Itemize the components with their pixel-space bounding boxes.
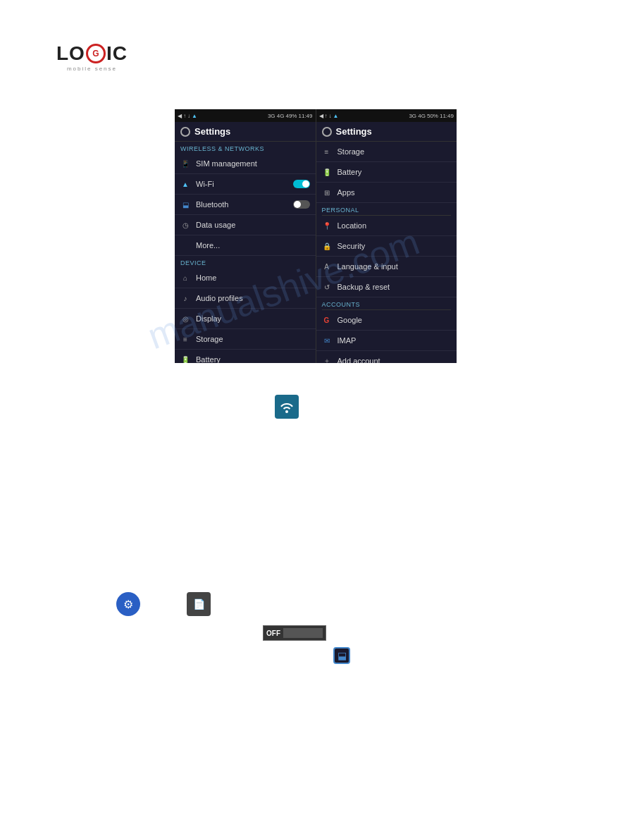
audio-label: Audio profiles [196,294,310,302]
file-icon: 📄 [193,598,205,610]
sim-icon: 📱 [180,159,190,168]
menu-item-home[interactable]: ⌂ Home [175,268,316,288]
security-icon: 🔒 [322,241,332,251]
menu-item-sim[interactable]: 📱 SIM management [175,154,316,174]
wifi-toggle[interactable] [293,180,310,188]
storage-label-right: Storage [338,147,452,156]
wifi-app-icon[interactable] [275,395,299,419]
menu-item-wifi[interactable]: ▲ Wi-Fi [175,174,316,195]
menu-item-backup[interactable]: ↺ Backup & reset [316,277,457,297]
wifi-label: Wi-Fi [196,180,287,188]
apps-label: Apps [338,188,452,197]
language-icon: A [322,262,332,271]
storage-icon-left: ≡ [180,334,190,344]
section-device: DEVICE [175,256,316,268]
menu-item-display[interactable]: ◎ Display [175,309,316,329]
status-left: ◀ ↑ ↓ ▲ [178,113,197,119]
logo-text: LO [56,42,85,65]
bluetooth-label: Bluetooth [196,200,287,209]
menu-item-bluetooth[interactable]: ⬓ Bluetooth [175,195,316,215]
screenshot-container: ◀ ↑ ↓ ▲ 3G 4G 49% 11:49 Settings WIRELES… [175,109,457,363]
status-right-right: 3G 4G 50% 11:49 [409,113,454,119]
section-personal: PERSONAL [316,203,457,215]
bluetooth-toggle[interactable] [293,200,310,209]
off-slider[interactable] [283,628,323,638]
menu-item-audio[interactable]: ♪ Audio profiles [175,288,316,309]
security-label: Security [338,242,452,250]
wifi-icon: ▲ [180,179,190,189]
sim-label: SIM management [196,159,310,168]
battery-icon-left: 🔋 [180,355,190,363]
add-account-icon: ＋ [322,356,332,363]
status-bar-right: ◀ ↑ ↓ ▲ 3G 4G 50% 11:49 [316,109,457,122]
logo-circle: G [86,44,106,63]
back-icon-right: ◀ [319,113,323,119]
logo-area: LO G IC mobile sense [56,42,128,72]
gear-icon [180,127,190,137]
menu-item-data-usage[interactable]: ◷ Data usage [175,215,316,235]
status-bar-left: ◀ ↑ ↓ ▲ 3G 4G 49% 11:49 [175,109,316,122]
settings-header-left: Settings [175,122,316,142]
battery-label-left: Battery [196,355,310,363]
status-left-right: ◀ ↑ ↓ ▲ [319,113,339,119]
signal-text-right: 3G 4G [409,113,426,119]
settings-panel-right: ◀ ↑ ↓ ▲ 3G 4G 50% 11:49 Settings ≡ Stora… [316,109,457,363]
settings-header-right: Settings [316,122,457,142]
display-icon: ◎ [180,314,190,324]
bluetooth-app-icon[interactable]: ⬓ [333,647,350,664]
menu-item-language[interactable]: A Language & input [316,257,457,277]
display-label: Display [196,314,310,323]
storage-icon-right: ≡ [322,147,332,156]
nav-up-icon: ↑ [183,113,186,119]
more-label: More... [196,241,310,250]
home-icon: ⌂ [180,273,190,283]
location-icon: 📍 [322,221,332,230]
settings-app-icon[interactable]: ⚙ [116,592,140,616]
google-icon: G [322,315,332,325]
wifi-status-icon-right: ▲ [333,113,339,119]
imap-label: IMAP [338,336,452,345]
menu-item-battery-left[interactable]: 🔋 Battery [175,350,316,363]
settings-panel-left: ◀ ↑ ↓ ▲ 3G 4G 49% 11:49 Settings WIRELES… [175,109,316,363]
home-label: Home [196,273,310,282]
backup-label: Backup & reset [338,283,452,291]
bluetooth-icon: ⬓ [180,199,190,209]
add-account-label: Add account [338,357,452,363]
off-button[interactable]: OFF [263,625,326,641]
menu-item-more[interactable]: More... [175,235,316,256]
data-usage-label: Data usage [196,221,310,229]
audio-icon: ♪ [180,293,190,303]
menu-item-storage-left[interactable]: ≡ Storage [175,329,316,350]
signal-text: 3G 4G [268,113,285,119]
menu-item-location[interactable]: 📍 Location [316,216,457,236]
logo-text-2: IC [106,42,128,65]
menu-item-google[interactable]: G Google [316,310,457,331]
menu-item-storage-right[interactable]: ≡ Storage [316,142,457,162]
nav-up-icon-right: ↑ [325,113,328,119]
storage-label-left: Storage [196,335,310,343]
off-label: OFF [266,629,280,637]
menu-item-security[interactable]: 🔒 Security [316,236,457,257]
time-display: 11:49 [298,113,312,119]
wifi-status-icon: ▲ [192,113,197,119]
nav-down-icon-right: ↓ [329,113,332,119]
battery-icon-right: 🔋 [322,167,332,177]
section-wireless: WIRELESS & NETWORKS [175,142,316,154]
apps-icon: ⊞ [322,188,332,197]
settings-title-left: Settings [194,126,230,137]
menu-item-add-account[interactable]: ＋ Add account [316,351,457,363]
settings-title-right: Settings [336,126,372,137]
logo-tagline: mobile sense [56,66,128,72]
language-label: Language & input [338,262,452,271]
menu-item-battery-right[interactable]: 🔋 Battery [316,162,457,183]
files-app-icon[interactable]: 📄 [187,592,211,616]
section-accounts: ACCOUNTS [316,297,457,309]
location-label: Location [338,221,452,230]
wifi-svg [280,400,294,414]
battery-percent-right: 50% [427,113,438,119]
more-icon [180,240,190,250]
time-display-right: 11:49 [440,113,454,119]
menu-item-imap[interactable]: ✉ IMAP [316,331,457,351]
data-usage-icon: ◷ [180,220,190,230]
menu-item-apps[interactable]: ⊞ Apps [316,183,457,203]
